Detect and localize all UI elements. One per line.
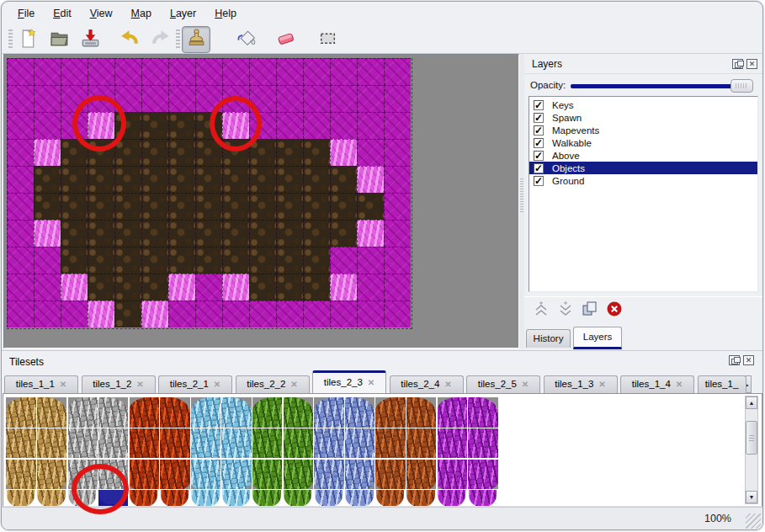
tab-history[interactable]: History bbox=[526, 329, 571, 348]
tileset-tab-tiles_2_2[interactable]: tiles_2_2✕ bbox=[236, 375, 310, 393]
map-tile-brown[interactable] bbox=[303, 274, 330, 301]
map-tile-magenta[interactable] bbox=[7, 166, 34, 193]
map-tile-brown[interactable] bbox=[330, 193, 357, 220]
close-tab-icon[interactable]: ✕ bbox=[598, 380, 605, 389]
tileset-tab-tiles_1_2[interactable]: tiles_1_2✕ bbox=[82, 375, 156, 393]
map-tile-magenta[interactable] bbox=[330, 58, 357, 85]
map-tile-magenta[interactable] bbox=[34, 85, 61, 112]
map-tile-brown[interactable] bbox=[61, 193, 88, 220]
tileset-tab-tiles_1_[interactable]: tiles_1_ bbox=[698, 375, 746, 393]
redo-button[interactable] bbox=[148, 27, 173, 52]
map-tile-magenta[interactable] bbox=[195, 274, 222, 301]
close-tab-icon[interactable]: ✕ bbox=[522, 380, 529, 389]
map-tile-brown[interactable] bbox=[276, 139, 303, 166]
map-tile-magenta[interactable] bbox=[330, 301, 357, 327]
map-tile-magenta[interactable] bbox=[384, 220, 411, 247]
float-panel-icon[interactable] bbox=[732, 59, 743, 69]
tab-layers[interactable]: Layers bbox=[573, 327, 622, 349]
tileset-tab-tiles_1_3[interactable]: tiles_1_3✕ bbox=[544, 375, 618, 393]
map-tile-brown[interactable] bbox=[141, 193, 168, 220]
map-tile-magenta[interactable] bbox=[88, 58, 114, 85]
map-tile-magenta[interactable] bbox=[34, 112, 61, 139]
map-tile-magenta[interactable] bbox=[34, 247, 61, 274]
tileset-tile-foot[interactable] bbox=[222, 490, 251, 507]
map-tile-magenta[interactable] bbox=[384, 139, 411, 166]
layer-visibility-checkbox[interactable] bbox=[534, 176, 544, 186]
menu-file[interactable]: File bbox=[8, 4, 44, 23]
map-tile-brown[interactable] bbox=[303, 220, 330, 247]
map-tile-brown[interactable] bbox=[114, 220, 141, 247]
map-tile-brown[interactable] bbox=[303, 166, 330, 193]
map-tile-magenta[interactable] bbox=[7, 274, 34, 301]
map-tile-magenta[interactable] bbox=[249, 301, 276, 327]
tileset-tile-foot[interactable] bbox=[7, 490, 35, 507]
tileset-tab-tiles_1_1[interactable]: tiles_1_1✕ bbox=[4, 375, 78, 393]
map-tile-magenta[interactable] bbox=[7, 85, 34, 112]
map-tile-pink[interactable] bbox=[330, 139, 357, 166]
map-tile-brown[interactable] bbox=[141, 220, 168, 247]
map-tile-brown[interactable] bbox=[141, 139, 168, 166]
selected-tile[interactable] bbox=[98, 490, 128, 507]
map-tile-pink[interactable] bbox=[141, 301, 168, 327]
map-tile-magenta[interactable] bbox=[7, 247, 34, 274]
map-tile-magenta[interactable] bbox=[141, 85, 168, 112]
map-tile-brown[interactable] bbox=[168, 220, 195, 247]
toolbar-grip[interactable] bbox=[8, 29, 13, 50]
map-tile-pink[interactable] bbox=[168, 274, 195, 301]
map-tile-brown[interactable] bbox=[168, 139, 195, 166]
tileset-tab-tiles_1_4[interactable]: tiles_1_4✕ bbox=[620, 375, 694, 393]
map-tile-magenta[interactable] bbox=[384, 247, 411, 274]
map-tile-brown[interactable] bbox=[195, 139, 222, 166]
map-tile-magenta[interactable] bbox=[303, 85, 330, 112]
map-tile-magenta[interactable] bbox=[357, 112, 384, 139]
map-tile-brown[interactable] bbox=[168, 166, 195, 193]
layer-row-spawn[interactable]: Spawn bbox=[529, 111, 757, 124]
map-tile-brown[interactable] bbox=[303, 139, 330, 166]
map-tile-magenta[interactable] bbox=[330, 112, 357, 139]
scroll-up-icon[interactable]: ▲ bbox=[746, 396, 757, 409]
map-tile-magenta[interactable] bbox=[7, 112, 34, 139]
map-tile-magenta[interactable] bbox=[34, 274, 61, 301]
tileset-scrollbar[interactable]: ▲ ▼ bbox=[745, 396, 758, 504]
map-tile-pink[interactable] bbox=[88, 301, 114, 327]
layer-visibility-checkbox[interactable] bbox=[534, 113, 544, 123]
map-tile-brown[interactable] bbox=[330, 220, 357, 247]
map-tile-brown[interactable] bbox=[249, 166, 276, 193]
scrollbar-thumb[interactable] bbox=[746, 421, 757, 455]
map-tile-magenta[interactable] bbox=[222, 58, 249, 85]
map-tile-brown[interactable] bbox=[61, 166, 88, 193]
map-tile-magenta[interactable] bbox=[276, 112, 303, 139]
tileset-tile-foot[interactable] bbox=[376, 490, 405, 507]
open-button[interactable] bbox=[46, 27, 72, 52]
map-tile-brown[interactable] bbox=[276, 274, 303, 301]
tileset-pillar-green[interactable] bbox=[252, 397, 313, 490]
map-tile-magenta[interactable] bbox=[384, 274, 411, 301]
map-tile-magenta[interactable] bbox=[61, 112, 88, 139]
tileset-tile-foot[interactable] bbox=[161, 490, 189, 507]
map-tile-magenta[interactable] bbox=[384, 301, 411, 327]
map-tile-magenta[interactable] bbox=[357, 85, 384, 112]
map-tile-brown[interactable] bbox=[88, 274, 114, 301]
map-tile-brown[interactable] bbox=[88, 166, 114, 193]
layer-visibility-checkbox[interactable] bbox=[534, 138, 544, 148]
map-tile-magenta[interactable] bbox=[357, 247, 384, 274]
menu-layer[interactable]: Layer bbox=[161, 4, 205, 23]
menu-edit[interactable]: Edit bbox=[44, 4, 81, 23]
map-tile-magenta[interactable] bbox=[7, 139, 34, 166]
layer-visibility-checkbox[interactable] bbox=[534, 125, 544, 136]
map-tile-magenta[interactable] bbox=[384, 58, 411, 85]
map-tile-pink[interactable] bbox=[357, 166, 384, 193]
scroll-down-icon[interactable]: ▼ bbox=[746, 491, 757, 503]
map-tile-magenta[interactable] bbox=[34, 58, 61, 85]
close-tab-icon[interactable]: ✕ bbox=[676, 380, 683, 389]
map-tile-brown[interactable] bbox=[276, 247, 303, 274]
map-tile-brown[interactable] bbox=[61, 247, 88, 274]
map-canvas[interactable] bbox=[7, 58, 412, 329]
close-tab-icon[interactable]: ✕ bbox=[60, 380, 66, 389]
map-tile-brown[interactable] bbox=[249, 193, 276, 220]
close-tab-icon[interactable]: ✕ bbox=[444, 380, 451, 389]
layer-visibility-checkbox[interactable] bbox=[534, 151, 544, 161]
map-tile-brown[interactable] bbox=[222, 166, 249, 193]
map-tile-magenta[interactable] bbox=[222, 301, 249, 327]
map-tile-brown[interactable] bbox=[141, 112, 168, 139]
